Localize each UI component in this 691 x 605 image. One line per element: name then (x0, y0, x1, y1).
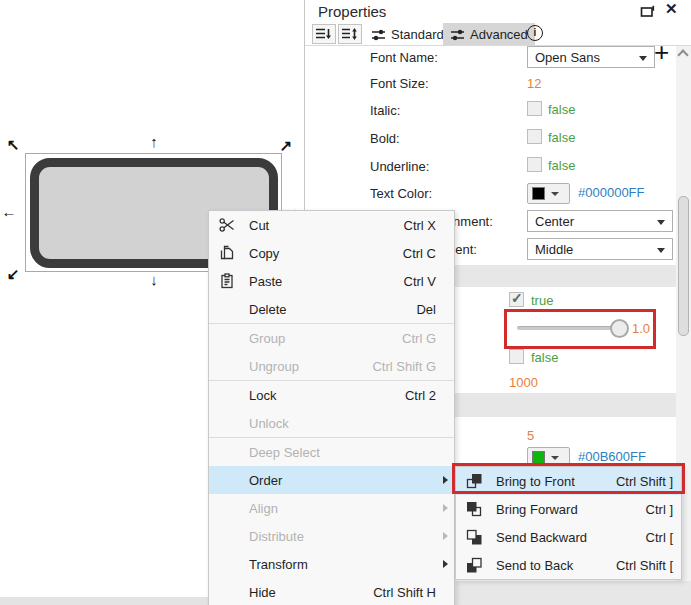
black-color-swatch (532, 187, 545, 200)
underline-label: Underline: (370, 159, 429, 174)
font-size-label: Font Size: (370, 76, 429, 91)
font-name-label: Font Name: (370, 50, 438, 65)
underline-value: false (548, 158, 575, 173)
submenu-arrow-icon (443, 504, 448, 512)
menu-item-order[interactable]: Order (209, 466, 454, 494)
font-name-dropdown[interactable]: Open Sans (527, 46, 655, 68)
horizontal-alignment-value: Center (535, 214, 574, 229)
menu-item-cut[interactable]: Cut Ctrl X (209, 211, 454, 239)
menu-item-transform[interactable]: Transform (209, 550, 454, 578)
text-color-label: Text Color: (370, 186, 432, 201)
send-backward-icon (466, 529, 496, 545)
close-icon[interactable]: ✕ (665, 0, 678, 18)
sliders-icon (450, 29, 465, 41)
scissors-icon (219, 217, 249, 233)
order-submenu: Bring to Front Ctrl Shift ] Bring Forwar… (455, 466, 682, 580)
app-window: ↑ ↖ ↗ ← → ↙ ↓ ↘ Properties ✕ Standard (0, 0, 691, 605)
add-font-button[interactable]: + (654, 39, 669, 65)
opacity-slider-handle[interactable] (610, 319, 629, 338)
italic-value: false (548, 102, 575, 117)
menu-item-align: Align (209, 494, 454, 522)
vertical-alignment-dropdown[interactable]: Middle (527, 238, 673, 260)
bring-forward-icon (466, 501, 496, 517)
scroll-up-icon[interactable] (677, 49, 688, 60)
horizontal-alignment-dropdown[interactable]: Center (527, 210, 673, 232)
false-checkbox[interactable] (509, 349, 524, 364)
menu-item-delete[interactable]: Delete Del (209, 295, 454, 323)
tab-advanced[interactable]: Advanced (443, 23, 535, 46)
resize-arrow-down-icon[interactable]: ↓ (145, 271, 163, 289)
true-value: true (531, 293, 553, 308)
scrollbar-thumb[interactable] (678, 196, 689, 336)
resize-arrow-up-icon[interactable]: ↑ (145, 133, 163, 151)
resize-arrow-left-icon[interactable]: ← (0, 203, 18, 221)
resize-arrow-up-right-icon[interactable]: ↗ (277, 137, 295, 155)
submenu-arrow-icon (443, 532, 448, 540)
font-name-value: Open Sans (535, 50, 600, 65)
resize-arrow-up-left-icon[interactable]: ↖ (4, 136, 22, 154)
stroke-color-dropdown[interactable] (527, 447, 570, 468)
false-value: false (531, 350, 558, 365)
submenu-arrow-icon (443, 560, 448, 568)
true-checkbox[interactable]: ✓ (509, 292, 524, 307)
stroke-color-value[interactable]: #00B600FF (578, 449, 646, 464)
copy-icon (219, 245, 249, 261)
italic-checkbox[interactable] (527, 101, 542, 116)
menu-item-lock[interactable]: Lock Ctrl 2 (209, 381, 454, 409)
menu-item-send-to-back[interactable]: Send to Back Ctrl Shift [ (456, 551, 681, 579)
bold-checkbox[interactable] (527, 129, 542, 144)
menu-item-bring-to-front[interactable]: Bring to Front Ctrl Shift ] (456, 467, 681, 495)
menu-item-bring-forward[interactable]: Bring Forward Ctrl ] (456, 495, 681, 523)
opacity-slider-track[interactable] (517, 326, 623, 330)
green-color-swatch (532, 451, 545, 464)
panel-title: Properties (318, 3, 386, 20)
sort-descending-button[interactable] (312, 24, 336, 44)
bring-to-front-icon (466, 473, 496, 489)
clipboard-icon (219, 273, 249, 289)
menu-item-group: Group Ctrl G (209, 324, 454, 352)
bold-value: false (548, 130, 575, 145)
info-icon[interactable]: i (527, 25, 543, 41)
submenu-arrow-icon (443, 476, 448, 484)
menu-item-send-backward[interactable]: Send Backward Ctrl [ (456, 523, 681, 551)
sort-descending-icon (315, 27, 333, 41)
sort-categorized-icon (341, 27, 359, 41)
resize-arrow-down-left-icon[interactable]: ↙ (4, 265, 22, 283)
bold-label: Bold: (370, 131, 400, 146)
number-5-value[interactable]: 5 (527, 428, 534, 443)
menu-item-ungroup: Ungroup Ctrl Shift G (209, 352, 454, 380)
restore-window-icon[interactable] (640, 4, 656, 18)
checkmark-icon: ✓ (511, 290, 523, 306)
send-to-back-icon (466, 557, 496, 573)
tab-advanced-label: Advanced (470, 27, 528, 42)
underline-checkbox[interactable] (527, 157, 542, 172)
text-color-value[interactable]: #000000FF (578, 185, 645, 200)
font-size-value[interactable]: 12 (527, 76, 541, 91)
menu-item-hide[interactable]: Hide Ctrl Shift H (209, 578, 454, 605)
menu-item-distribute: Distribute (209, 522, 454, 550)
text-color-dropdown[interactable] (527, 183, 570, 204)
sliders-icon (371, 29, 386, 41)
slider-value[interactable]: 1.0 (632, 321, 650, 336)
menu-item-copy[interactable]: Copy Ctrl C (209, 239, 454, 267)
tab-standard[interactable]: Standard (364, 23, 451, 46)
menu-item-deep-select: Deep Select (209, 438, 454, 466)
tab-standard-label: Standard (391, 27, 444, 42)
number-1000-value[interactable]: 1000 (509, 375, 538, 390)
context-menu: Cut Ctrl X Copy Ctrl C Paste (208, 210, 455, 605)
italic-label: Italic: (370, 103, 400, 118)
sort-categorized-button[interactable] (338, 24, 362, 44)
vertical-alignment-value: Middle (535, 242, 573, 257)
menu-item-unlock: Unlock (209, 409, 454, 437)
menu-item-paste[interactable]: Paste Ctrl V (209, 267, 454, 295)
